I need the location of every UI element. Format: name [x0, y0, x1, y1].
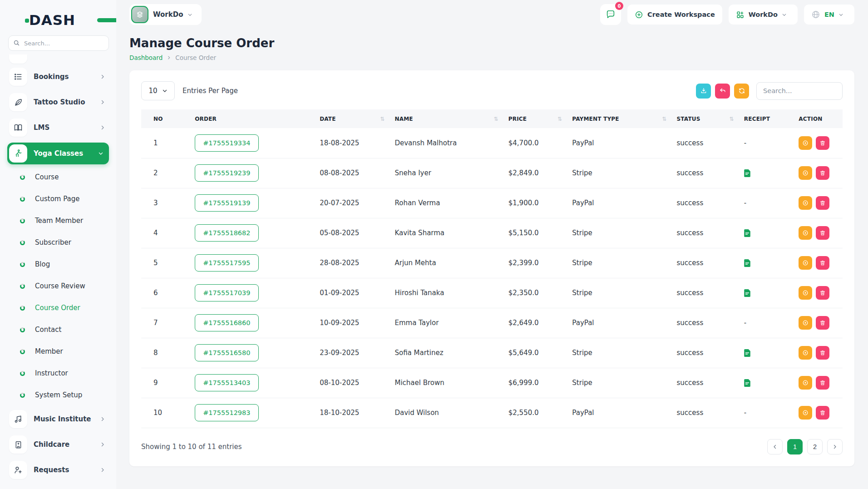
view-order-button[interactable] — [799, 376, 812, 390]
sidebar-subitem-system-setup[interactable]: System Setup — [8, 384, 109, 406]
receipt-icon[interactable] — [744, 379, 790, 387]
page-button-2[interactable]: 2 — [807, 439, 823, 454]
cell-status: success — [672, 188, 740, 218]
view-order-button[interactable] — [799, 166, 812, 180]
sidebar-item-lms[interactable]: LMS — [8, 117, 109, 138]
sidebar-subitem-course-review[interactable]: Course Review — [8, 275, 109, 297]
plus-circle-icon — [635, 10, 643, 19]
sidebar-subitem-label: Member — [35, 347, 63, 356]
sidebar-item-music-institute[interactable]: Music Institute — [8, 409, 109, 430]
order-number-badge[interactable]: #1755517595 — [195, 254, 258, 272]
table-search-input[interactable] — [756, 82, 843, 100]
sidebar-subitem-label: Custom Page — [35, 195, 80, 203]
entries-per-page-select[interactable]: 10 — [141, 81, 175, 100]
cell-status: success — [672, 368, 740, 398]
order-number-badge[interactable]: #1755519239 — [195, 164, 258, 182]
column-header-payment-type[interactable]: PAYMENT TYPE⇅ — [567, 109, 672, 128]
trash-icon — [819, 290, 826, 296]
view-order-button[interactable] — [799, 196, 812, 210]
cell-no: 1 — [141, 128, 190, 158]
cell-action — [794, 248, 843, 278]
sidebar-subitem-custom-page[interactable]: Custom Page — [8, 188, 109, 210]
view-order-button[interactable] — [799, 316, 812, 330]
sidebar-item-yoga-classes[interactable]: Yoga Classes — [7, 143, 109, 164]
column-header-date[interactable]: DATE⇅ — [315, 109, 390, 128]
language-selector[interactable]: EN — [804, 5, 854, 25]
column-header-name[interactable]: NAME⇅ — [390, 109, 503, 128]
receipt-icon[interactable] — [744, 169, 790, 177]
create-workspace-button[interactable]: Create Workspace — [627, 5, 722, 25]
order-number-badge[interactable]: #1755516580 — [195, 344, 258, 361]
yoga-person-icon — [9, 144, 27, 163]
receipt-icon[interactable] — [744, 259, 790, 267]
delete-order-button[interactable] — [816, 346, 829, 360]
cell-order: #1755519334 — [190, 128, 315, 158]
receipt-icon[interactable] — [744, 229, 790, 237]
view-order-button[interactable] — [799, 346, 812, 360]
cell-date: 20-07-2025 — [315, 188, 390, 218]
delete-order-button[interactable] — [816, 166, 829, 180]
view-order-button[interactable] — [799, 226, 812, 240]
order-number-badge[interactable]: #1755519334 — [195, 134, 258, 152]
sidebar-subitem-label: Course — [35, 173, 59, 181]
cell-date: 05-08-2025 — [315, 218, 390, 248]
view-order-button[interactable] — [799, 256, 812, 270]
messages-button[interactable]: 0 — [600, 4, 621, 25]
page-button-1[interactable]: 1 — [787, 439, 803, 454]
sort-icon[interactable]: ⇅ — [730, 116, 735, 122]
breadcrumb-dashboard-link[interactable]: Dashboard — [129, 54, 163, 61]
cell-order: #1755517039 — [190, 278, 315, 308]
dash-logo[interactable]: DASH — [29, 11, 109, 29]
delete-order-button[interactable] — [816, 226, 829, 240]
delete-order-button[interactable] — [816, 196, 829, 210]
order-number-badge[interactable]: #1755518682 — [195, 224, 258, 242]
delete-order-button[interactable] — [816, 286, 829, 300]
export-download-button[interactable] — [696, 84, 711, 99]
sidebar-subitem-team-member[interactable]: Team Member — [8, 210, 109, 232]
column-header-price[interactable]: PRICE⇅ — [504, 109, 568, 128]
order-number-badge[interactable]: #1755513403 — [195, 374, 258, 391]
receipt-icon[interactable] — [744, 289, 790, 297]
delete-order-button[interactable] — [816, 376, 829, 390]
delete-order-button[interactable] — [816, 136, 829, 150]
column-header-receipt: RECEIPT — [740, 109, 794, 128]
order-number-badge[interactable]: #1755516860 — [195, 314, 258, 331]
delete-order-button[interactable] — [816, 316, 829, 330]
delete-order-button[interactable] — [816, 406, 829, 420]
sort-icon[interactable]: ⇅ — [662, 116, 667, 122]
sidebar-item-tattoo-studio[interactable]: Tattoo Studio — [8, 92, 109, 113]
sidebar-subitem-subscriber[interactable]: Subscriber — [8, 232, 109, 253]
sort-icon[interactable]: ⇅ — [380, 116, 385, 122]
sort-icon[interactable]: ⇅ — [557, 116, 563, 122]
next-page-button[interactable] — [827, 439, 843, 454]
receipt-icon[interactable] — [744, 349, 790, 357]
delete-order-button[interactable] — [816, 256, 829, 270]
order-number-badge[interactable]: #1755519139 — [195, 194, 258, 212]
order-number-badge[interactable]: #1755517039 — [195, 284, 258, 301]
view-order-button[interactable] — [799, 286, 812, 300]
sidebar-item-requests[interactable]: Requests — [8, 459, 109, 480]
sidebar-subitem-contact[interactable]: Contact — [8, 319, 109, 341]
order-number-badge[interactable]: #1755512983 — [195, 404, 258, 421]
cell-date: 08-08-2025 — [315, 158, 390, 188]
sort-icon[interactable]: ⇅ — [493, 116, 499, 122]
previous-page-button[interactable] — [767, 439, 783, 454]
cell-receipt: - — [740, 128, 794, 158]
cell-no: 3 — [141, 188, 190, 218]
sidebar-search-input[interactable] — [8, 35, 109, 51]
sidebar-subitem-course-order[interactable]: Course Order — [8, 297, 109, 319]
sidebar-item-bookings[interactable]: Bookings — [8, 66, 109, 87]
column-header-status[interactable]: STATUS⇅ — [672, 109, 740, 128]
sidebar-subitem-member[interactable]: Member — [8, 341, 109, 362]
sidebar-subitem-instructor[interactable]: Instructor — [8, 362, 109, 384]
sidebar-subitem-course[interactable]: Course — [8, 166, 109, 188]
view-order-button[interactable] — [799, 136, 812, 150]
undo-button[interactable] — [715, 84, 730, 99]
eye-icon — [802, 259, 809, 267]
sidebar-item-childcare[interactable]: Childcare — [8, 434, 109, 455]
sidebar-subitem-blog[interactable]: Blog — [8, 253, 109, 275]
refresh-button[interactable] — [734, 84, 749, 99]
view-order-button[interactable] — [799, 406, 812, 420]
workspace-selector[interactable]: WorkDo — [129, 4, 202, 25]
workdo-menu-button[interactable]: WorkDo — [729, 5, 798, 25]
